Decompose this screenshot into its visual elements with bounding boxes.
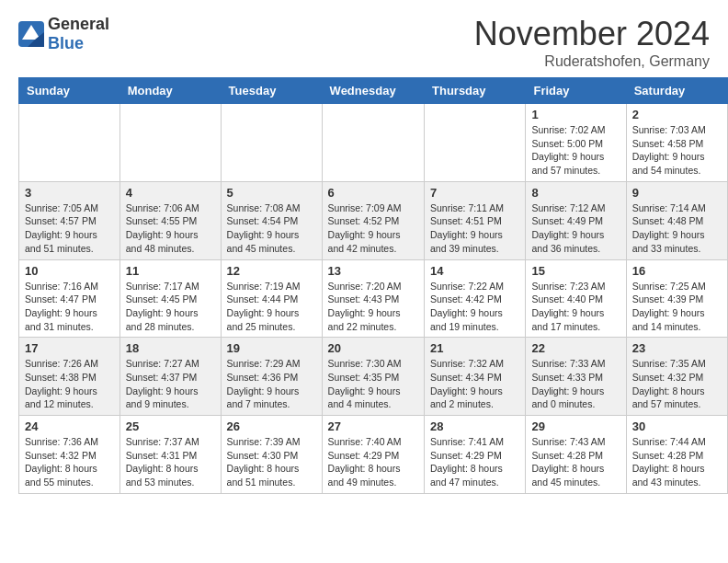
day-number: 21	[430, 341, 519, 355]
day-info: Sunrise: 7:14 AM Sunset: 4:48 PM Dayligh…	[632, 201, 722, 256]
table-row	[119, 104, 221, 182]
table-row: 9Sunrise: 7:14 AM Sunset: 4:48 PM Daylig…	[626, 181, 727, 259]
day-number: 29	[531, 419, 620, 433]
table-row: 12Sunrise: 7:19 AM Sunset: 4:44 PM Dayli…	[221, 259, 322, 338]
table-row	[221, 104, 322, 182]
day-number: 28	[430, 419, 519, 433]
day-number: 6	[328, 186, 418, 200]
table-row: 27Sunrise: 7:40 AM Sunset: 4:29 PM Dayli…	[322, 416, 424, 494]
day-info: Sunrise: 7:09 AM Sunset: 4:52 PM Dayligh…	[328, 201, 418, 256]
day-number: 24	[25, 419, 114, 433]
title-block: November 2024 Ruderatshofen, Germany	[474, 15, 710, 70]
calendar-week-row: 1Sunrise: 7:02 AM Sunset: 5:00 PM Daylig…	[19, 104, 728, 182]
day-number: 27	[328, 419, 418, 433]
calendar-table: Sunday Monday Tuesday Wednesday Thursday…	[18, 77, 728, 494]
col-friday: Friday	[526, 78, 626, 104]
day-info: Sunrise: 7:26 AM Sunset: 4:38 PM Dayligh…	[25, 357, 114, 411]
calendar-week-row: 17Sunrise: 7:26 AM Sunset: 4:38 PM Dayli…	[19, 338, 728, 416]
day-info: Sunrise: 7:11 AM Sunset: 4:51 PM Dayligh…	[430, 201, 519, 256]
table-row: 29Sunrise: 7:43 AM Sunset: 4:28 PM Dayli…	[526, 416, 626, 494]
table-row: 14Sunrise: 7:22 AM Sunset: 4:42 PM Dayli…	[425, 259, 526, 338]
table-row	[425, 104, 526, 182]
table-row: 4Sunrise: 7:06 AM Sunset: 4:55 PM Daylig…	[119, 181, 221, 259]
col-monday: Monday	[119, 78, 221, 104]
calendar-week-row: 24Sunrise: 7:36 AM Sunset: 4:32 PM Dayli…	[19, 416, 728, 494]
day-number: 3	[25, 186, 114, 200]
table-row: 23Sunrise: 7:35 AM Sunset: 4:32 PM Dayli…	[626, 338, 727, 416]
day-info: Sunrise: 7:41 AM Sunset: 4:29 PM Dayligh…	[430, 435, 519, 489]
day-number: 12	[227, 264, 316, 278]
day-info: Sunrise: 7:36 AM Sunset: 4:32 PM Dayligh…	[25, 435, 114, 489]
table-row: 8Sunrise: 7:12 AM Sunset: 4:49 PM Daylig…	[526, 181, 626, 259]
table-row: 16Sunrise: 7:25 AM Sunset: 4:39 PM Dayli…	[626, 259, 727, 338]
table-row: 2Sunrise: 7:03 AM Sunset: 4:58 PM Daylig…	[626, 104, 727, 182]
day-number: 2	[632, 108, 722, 121]
table-row: 15Sunrise: 7:23 AM Sunset: 4:40 PM Dayli…	[526, 259, 626, 338]
calendar-header-row: Sunday Monday Tuesday Wednesday Thursday…	[19, 78, 728, 104]
day-number: 30	[632, 419, 722, 433]
day-info: Sunrise: 7:20 AM Sunset: 4:43 PM Dayligh…	[328, 280, 418, 334]
day-number: 11	[126, 264, 215, 278]
day-number: 13	[328, 264, 418, 278]
day-info: Sunrise: 7:22 AM Sunset: 4:42 PM Dayligh…	[430, 280, 519, 334]
col-saturday: Saturday	[626, 78, 727, 104]
day-info: Sunrise: 7:19 AM Sunset: 4:44 PM Dayligh…	[227, 280, 316, 334]
calendar-week-row: 10Sunrise: 7:16 AM Sunset: 4:47 PM Dayli…	[19, 259, 728, 338]
day-info: Sunrise: 7:25 AM Sunset: 4:39 PM Dayligh…	[632, 280, 722, 334]
day-number: 25	[126, 419, 215, 433]
table-row: 24Sunrise: 7:36 AM Sunset: 4:32 PM Dayli…	[19, 416, 120, 494]
logo-text: General Blue	[48, 15, 109, 53]
day-number: 1	[531, 108, 620, 121]
table-row: 20Sunrise: 7:30 AM Sunset: 4:35 PM Dayli…	[322, 338, 424, 416]
day-info: Sunrise: 7:16 AM Sunset: 4:47 PM Dayligh…	[25, 280, 114, 334]
day-number: 7	[430, 186, 519, 200]
table-row: 10Sunrise: 7:16 AM Sunset: 4:47 PM Dayli…	[19, 259, 120, 338]
calendar-wrap: Sunday Monday Tuesday Wednesday Thursday…	[0, 77, 728, 503]
table-row: 13Sunrise: 7:20 AM Sunset: 4:43 PM Dayli…	[322, 259, 424, 338]
calendar-week-row: 3Sunrise: 7:05 AM Sunset: 4:57 PM Daylig…	[19, 181, 728, 259]
day-number: 16	[632, 264, 722, 278]
day-number: 22	[531, 341, 620, 355]
day-info: Sunrise: 7:44 AM Sunset: 4:28 PM Dayligh…	[632, 435, 722, 489]
day-number: 5	[227, 186, 316, 200]
table-row: 7Sunrise: 7:11 AM Sunset: 4:51 PM Daylig…	[425, 181, 526, 259]
logo-icon	[18, 21, 44, 47]
col-tuesday: Tuesday	[221, 78, 322, 104]
table-row: 17Sunrise: 7:26 AM Sunset: 4:38 PM Dayli…	[19, 338, 120, 416]
month-title: November 2024	[474, 15, 710, 53]
table-row: 30Sunrise: 7:44 AM Sunset: 4:28 PM Dayli…	[626, 416, 727, 494]
day-info: Sunrise: 7:02 AM Sunset: 5:00 PM Dayligh…	[531, 123, 620, 178]
table-row: 22Sunrise: 7:33 AM Sunset: 4:33 PM Dayli…	[526, 338, 626, 416]
day-number: 8	[531, 186, 620, 200]
table-row	[322, 104, 424, 182]
day-info: Sunrise: 7:03 AM Sunset: 4:58 PM Dayligh…	[632, 123, 722, 178]
table-row: 18Sunrise: 7:27 AM Sunset: 4:37 PM Dayli…	[119, 338, 221, 416]
table-row: 3Sunrise: 7:05 AM Sunset: 4:57 PM Daylig…	[19, 181, 120, 259]
day-number: 4	[126, 186, 215, 200]
location-subtitle: Ruderatshofen, Germany	[474, 53, 710, 70]
table-row: 5Sunrise: 7:08 AM Sunset: 4:54 PM Daylig…	[221, 181, 322, 259]
day-info: Sunrise: 7:12 AM Sunset: 4:49 PM Dayligh…	[531, 201, 620, 256]
table-row	[19, 104, 120, 182]
day-number: 20	[328, 341, 418, 355]
col-sunday: Sunday	[19, 78, 120, 104]
day-number: 18	[126, 341, 215, 355]
day-info: Sunrise: 7:29 AM Sunset: 4:36 PM Dayligh…	[227, 357, 316, 411]
day-info: Sunrise: 7:17 AM Sunset: 4:45 PM Dayligh…	[126, 280, 215, 334]
logo: General Blue	[18, 15, 109, 53]
day-info: Sunrise: 7:08 AM Sunset: 4:54 PM Dayligh…	[227, 201, 316, 256]
table-row: 19Sunrise: 7:29 AM Sunset: 4:36 PM Dayli…	[221, 338, 322, 416]
table-row: 11Sunrise: 7:17 AM Sunset: 4:45 PM Dayli…	[119, 259, 221, 338]
day-number: 17	[25, 341, 114, 355]
logo-blue: Blue	[48, 34, 109, 53]
day-info: Sunrise: 7:43 AM Sunset: 4:28 PM Dayligh…	[531, 435, 620, 489]
day-info: Sunrise: 7:33 AM Sunset: 4:33 PM Dayligh…	[531, 357, 620, 411]
day-number: 9	[632, 186, 722, 200]
day-info: Sunrise: 7:06 AM Sunset: 4:55 PM Dayligh…	[126, 201, 215, 256]
col-thursday: Thursday	[425, 78, 526, 104]
page-header: General Blue November 2024 Ruderatshofen…	[0, 0, 728, 77]
table-row: 21Sunrise: 7:32 AM Sunset: 4:34 PM Dayli…	[425, 338, 526, 416]
day-number: 15	[531, 264, 620, 278]
day-number: 19	[227, 341, 316, 355]
day-info: Sunrise: 7:23 AM Sunset: 4:40 PM Dayligh…	[531, 280, 620, 334]
